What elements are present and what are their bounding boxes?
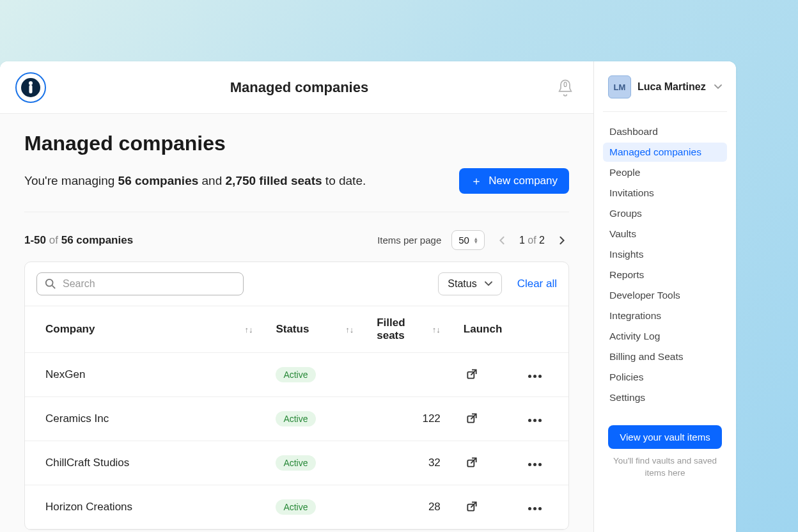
- nav-item-policies[interactable]: Policies: [603, 368, 727, 387]
- range: 1-50: [24, 234, 46, 246]
- summary-row: You're managing 56 companies and 2,750 f…: [24, 168, 569, 212]
- cell-actions: [517, 353, 568, 397]
- row-actions-button[interactable]: [528, 507, 542, 510]
- companies-table-card: Status Clear all Company↑↓ Status↑↓: [24, 262, 569, 530]
- launch-button[interactable]: [464, 498, 480, 515]
- row-actions-button[interactable]: [528, 463, 542, 466]
- nav-item-settings[interactable]: Settings: [603, 388, 727, 407]
- nav-item-groups[interactable]: Groups: [603, 204, 727, 223]
- nav-item-insights[interactable]: Insights: [603, 245, 727, 264]
- status-filter-label: Status: [448, 278, 476, 290]
- plus-icon: ＋: [471, 175, 482, 187]
- cell-actions: [517, 397, 568, 441]
- nav-item-activity-log[interactable]: Activity Log: [603, 327, 727, 346]
- chevron-left-icon: [497, 236, 506, 245]
- cell-status: Active: [264, 397, 365, 441]
- cell-company: Ceramics Inc: [25, 397, 264, 441]
- view-vault-button[interactable]: View your vault items: [608, 425, 721, 449]
- nav-item-developer-tools[interactable]: Developer Tools: [603, 286, 727, 305]
- vault-cta: View your vault items You'll find vaults…: [603, 425, 727, 480]
- column-header-launch: Launch: [452, 306, 517, 353]
- nav-list: DashboardManaged companiesPeopleInvitati…: [603, 122, 727, 409]
- cell-filled-seats: 32: [365, 441, 452, 485]
- column-launch-label: Launch: [464, 323, 502, 335]
- column-header-actions: [517, 306, 568, 353]
- column-header-company[interactable]: Company↑↓: [25, 306, 264, 353]
- cell-launch: [452, 397, 517, 441]
- pagination-controls: Items per page 50 ▴▾ 1 of 2: [377, 230, 569, 250]
- table-row: Horizon CreationsActive28: [25, 485, 568, 529]
- notifications-button[interactable]: 0: [552, 75, 578, 100]
- filter-row: Status Clear all: [25, 262, 568, 306]
- cell-status: Active: [264, 485, 365, 529]
- cell-actions: [517, 485, 568, 529]
- clear-all-button[interactable]: Clear all: [517, 278, 557, 290]
- cell-filled-seats: 28: [365, 485, 452, 529]
- column-header-status[interactable]: Status↑↓: [264, 306, 365, 353]
- nav-item-vaults[interactable]: Vaults: [603, 224, 727, 244]
- nav-item-invitations[interactable]: Invitations: [603, 184, 727, 203]
- nav-item-reports[interactable]: Reports: [603, 265, 727, 285]
- cell-status: Active: [264, 353, 365, 397]
- row-actions-button[interactable]: [528, 375, 542, 378]
- content-area: Managed companies You're managing 56 com…: [0, 114, 593, 532]
- column-seats-label: Filled seats: [377, 317, 419, 342]
- user-menu[interactable]: LM Luca Martinez: [603, 73, 727, 112]
- status-badge: Active: [276, 499, 315, 515]
- cell-actions: [517, 441, 568, 485]
- cell-company: Horizon Creations: [25, 485, 264, 529]
- sidebar: LM Luca Martinez DashboardManaged compan…: [594, 61, 736, 532]
- user-name: Luca Martinez: [638, 81, 708, 93]
- row-actions-button[interactable]: [528, 419, 542, 422]
- cell-launch: [452, 353, 517, 397]
- range-total: 56 companies: [61, 234, 133, 246]
- next-page-button[interactable]: [555, 233, 569, 247]
- nav-item-billing-and-seats[interactable]: Billing and Seats: [603, 347, 727, 366]
- summary-and: and: [198, 174, 225, 187]
- cell-company: ChillCraft Studios: [25, 441, 264, 485]
- nav-item-managed-companies[interactable]: Managed companies: [603, 143, 727, 162]
- app-logo: [15, 72, 46, 103]
- new-company-button[interactable]: ＋ New company: [459, 168, 569, 194]
- external-link-icon: [465, 500, 478, 513]
- chevron-right-icon: [558, 236, 567, 245]
- page-title: Managed companies: [24, 132, 569, 155]
- nav-item-people[interactable]: People: [603, 163, 727, 182]
- page-total: 2: [539, 235, 545, 246]
- notification-count: 0: [563, 81, 567, 88]
- external-link-icon: [465, 368, 478, 380]
- header-bar: Managed companies 0: [0, 61, 593, 114]
- table-row: Ceramics IncActive122: [25, 397, 568, 441]
- sort-icon: ↑↓: [244, 325, 253, 334]
- of-label: of: [49, 234, 58, 246]
- search-box[interactable]: [36, 272, 244, 295]
- launch-button[interactable]: [464, 366, 480, 382]
- items-per-page-select[interactable]: 50 ▴▾: [451, 230, 485, 250]
- sort-icon: ↑↓: [432, 325, 441, 334]
- new-company-label: New company: [489, 175, 558, 187]
- list-meta-row: 1-50 of 56 companies Items per page 50 ▴…: [24, 212, 569, 262]
- column-company-label: Company: [45, 323, 95, 336]
- status-filter[interactable]: Status: [438, 272, 501, 295]
- launch-button[interactable]: [464, 454, 480, 471]
- external-link-icon: [465, 456, 478, 469]
- page-of-label: of: [528, 235, 536, 246]
- sort-icon: ↑↓: [345, 325, 354, 334]
- items-per-page-label: Items per page: [377, 235, 441, 246]
- companies-table: Company↑↓ Status↑↓ Filled seats↑↓ Launch: [25, 306, 568, 529]
- cell-launch: [452, 441, 517, 485]
- cell-filled-seats: [365, 353, 452, 397]
- nav-item-integrations[interactable]: Integrations: [603, 306, 727, 325]
- search-input[interactable]: [63, 278, 235, 290]
- prev-page-button[interactable]: [495, 233, 509, 247]
- nav-item-dashboard[interactable]: Dashboard: [603, 122, 727, 141]
- page-indicator: 1 of 2: [519, 235, 545, 246]
- column-header-filled-seats[interactable]: Filled seats↑↓: [365, 306, 452, 353]
- vault-help-text: You'll find vaults and saved items here: [603, 455, 727, 480]
- summary-prefix: You're managing: [24, 174, 118, 187]
- app-window: Managed companies 0 Managed companies Yo…: [0, 61, 736, 532]
- cell-filled-seats: 122: [365, 397, 452, 441]
- main-area: Managed companies 0 Managed companies Yo…: [0, 61, 594, 532]
- launch-button[interactable]: [464, 410, 480, 426]
- summary-seats: 2,750 filled seats: [226, 174, 322, 187]
